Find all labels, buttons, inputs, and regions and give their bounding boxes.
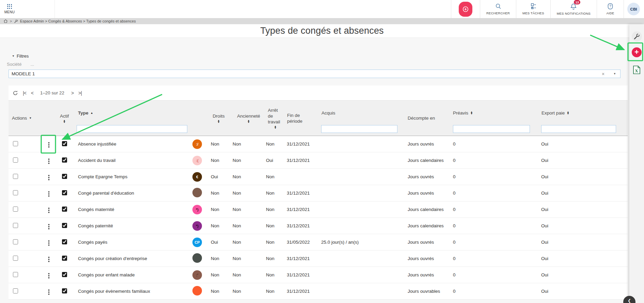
sort-icon[interactable]: ▲▼	[274, 125, 277, 129]
col-fin[interactable]: Fin de période	[287, 112, 308, 124]
acquis-cell	[320, 218, 405, 234]
arret-cell: Non	[265, 185, 286, 201]
export-filter-input[interactable]	[541, 125, 616, 133]
droits-cell: Non	[205, 185, 232, 201]
menu-button[interactable]: MENU	[0, 0, 19, 18]
row-select-checkbox[interactable]	[13, 190, 18, 195]
acquis-filter-input[interactable]	[321, 125, 397, 133]
row-select-checkbox[interactable]	[13, 272, 18, 277]
row-select-checkbox[interactable]	[13, 256, 18, 261]
filters-toggle[interactable]: ▼ Filtres	[12, 54, 29, 59]
row-actions-cell	[39, 234, 59, 251]
actif-checkbox[interactable]	[62, 272, 67, 277]
societe-select[interactable]: MODELE 1 × ▼	[9, 70, 621, 78]
kebab-dot-icon	[48, 177, 50, 178]
col-preavis[interactable]: Préavis	[453, 110, 468, 116]
breadcrumb-path[interactable]: Espace Admin > Congés & Absences > Types…	[20, 19, 136, 23]
next-page-button[interactable]: >	[71, 90, 74, 96]
col-actions[interactable]: Actions	[12, 115, 27, 121]
actif-checkbox[interactable]	[62, 288, 67, 293]
sort-asc-icon[interactable]: ▲	[91, 111, 93, 115]
fin-periode-cell: 31/12/2021	[286, 185, 320, 201]
type-cell: Congés pour évènements familiaux	[70, 283, 189, 300]
topbar-item-aide[interactable]: ? AIDE	[597, 0, 624, 18]
export-excel-button[interactable]: X	[633, 65, 641, 76]
sort-icon[interactable]: ▲▼	[247, 120, 250, 123]
col-actif[interactable]: Actif	[60, 113, 69, 119]
col-arret[interactable]: Arrêt de travail	[268, 107, 283, 125]
export-paie-cell: Oui	[540, 152, 628, 169]
home-icon[interactable]	[3, 19, 8, 23]
previous-page-button[interactable]: <	[31, 90, 33, 96]
actif-checkbox[interactable]	[62, 239, 67, 244]
row-kebab-menu[interactable]	[46, 239, 52, 247]
clear-icon[interactable]: ×	[602, 71, 604, 77]
sort-icon[interactable]: ▲▼	[217, 120, 220, 123]
table-body: Absence injustifiée:/NonNonNon31/12/2021…	[9, 136, 628, 300]
row-select-checkbox[interactable]	[13, 157, 18, 163]
sort-icon[interactable]: ▲▼	[63, 120, 65, 123]
col-droits[interactable]: Droits	[213, 113, 224, 119]
col-acquis[interactable]: Acquis	[321, 110, 335, 116]
col-anciennete[interactable]: Ancienneté	[237, 113, 260, 119]
preavis-filter-input[interactable]	[453, 125, 530, 133]
societe-more-button[interactable]: ...	[30, 62, 34, 67]
row-actions-cell	[39, 283, 59, 300]
refresh-icon[interactable]	[13, 90, 18, 96]
icon-cell: *)	[189, 201, 205, 218]
row-kebab-menu[interactable]	[46, 173, 52, 182]
row-kebab-menu[interactable]	[46, 190, 52, 198]
settings-wrench-button[interactable]	[632, 31, 642, 42]
chevron-down-icon[interactable]: ▼	[29, 117, 32, 120]
actif-checkbox[interactable]	[62, 174, 67, 179]
actif-checkbox[interactable]	[62, 157, 67, 163]
preavis-cell: 0	[451, 283, 540, 300]
row-kebab-menu[interactable]	[46, 272, 52, 280]
table-card: |< < 1–20 sur 22 > >| Actions ▼ Actif	[9, 86, 628, 300]
user-avatar[interactable]: CBI	[627, 3, 640, 15]
topbar-item-mes-notifications[interactable]: 13 MES NOTIFICATIONS	[551, 0, 597, 18]
actif-checkbox[interactable]	[62, 190, 67, 195]
row-select-checkbox[interactable]	[13, 223, 18, 228]
sort-icon[interactable]: ▲▼	[470, 111, 473, 115]
topbar-item-rechercher[interactable]: RECHERCHER	[480, 0, 516, 18]
row-kebab-menu[interactable]	[46, 141, 52, 149]
actif-cell	[59, 185, 70, 201]
row-select-checkbox[interactable]	[13, 207, 18, 212]
fin-periode-cell: 31/12/2021	[286, 267, 320, 283]
col-export[interactable]: Export paie	[541, 110, 565, 116]
first-page-button[interactable]: |<	[23, 90, 26, 96]
row-select-checkbox[interactable]	[13, 174, 18, 179]
type-filter-input[interactable]	[77, 125, 187, 133]
row-select-cell	[9, 251, 39, 267]
leave-type-icon	[192, 286, 202, 296]
row-select-checkbox[interactable]	[13, 239, 18, 244]
actif-checkbox[interactable]	[62, 141, 67, 146]
actif-checkbox[interactable]	[62, 223, 67, 228]
actif-checkbox[interactable]	[62, 256, 67, 261]
row-select-checkbox[interactable]	[13, 141, 18, 146]
row-kebab-menu[interactable]	[46, 255, 52, 263]
row-actions-cell	[39, 169, 59, 185]
export-paie-cell: Oui	[540, 283, 628, 300]
chevron-down-icon[interactable]: ▼	[613, 72, 616, 75]
add-leave-type-button[interactable]: +	[632, 47, 642, 57]
topbar-item-mes-taches[interactable]: MES TÂCHES	[516, 0, 550, 18]
col-type[interactable]: Type	[78, 110, 89, 116]
table-row: Compte Epargne Temps€OuiNonNonJours ouvr…	[9, 169, 628, 185]
last-page-button[interactable]: >|	[78, 90, 82, 96]
row-kebab-menu[interactable]	[46, 157, 52, 165]
row-select-checkbox[interactable]	[13, 288, 18, 293]
row-kebab-menu[interactable]	[46, 223, 52, 231]
actif-checkbox[interactable]	[62, 207, 67, 212]
type-cell: Congés paternité	[70, 218, 189, 234]
kebab-dot-icon	[48, 261, 50, 262]
col-decompte[interactable]: Décompte en	[408, 115, 435, 121]
quick-create-button[interactable]	[459, 2, 472, 17]
decompte-cell: Jours ouvrés	[405, 251, 451, 267]
sort-icon[interactable]: ▲▼	[567, 111, 569, 115]
row-kebab-menu[interactable]	[46, 288, 52, 296]
row-kebab-menu[interactable]	[46, 206, 52, 214]
actif-cell	[59, 218, 70, 234]
anciennete-cell: Non	[232, 201, 265, 218]
